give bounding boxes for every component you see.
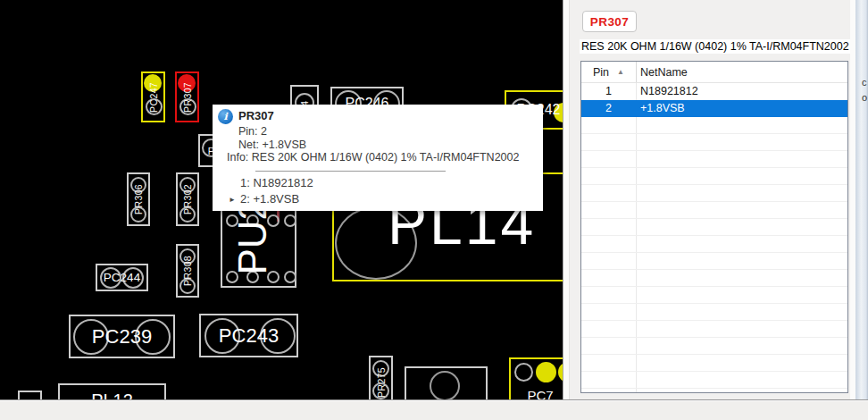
component-pc247[interactable]: PC247: [141, 71, 165, 122]
status-bar: [0, 399, 868, 420]
component-label: PC243: [201, 315, 296, 356]
table-row-empty[interactable]: [581, 253, 847, 270]
netname-cell: [637, 151, 847, 167]
empty-rows: [581, 117, 847, 393]
component-label: PR302: [178, 174, 197, 224]
component-pr302[interactable]: PR302: [176, 172, 199, 226]
pin-cell: [581, 253, 637, 269]
netname-cell: [637, 236, 847, 252]
table-row-selected[interactable]: 2 +1.8VSB: [581, 100, 847, 117]
table-row-empty[interactable]: [581, 219, 847, 236]
table-row-empty[interactable]: [581, 304, 847, 321]
tooltip-info-line: Info: RES 20K OHM 1/16W (0402) 1% TA-I/R…: [227, 151, 519, 164]
pin-cell: [581, 236, 637, 252]
pcb-canvas[interactable]: PC247 PR307 4 PC246 PC242 P: [0, 0, 563, 399]
table-row-empty[interactable]: [581, 168, 847, 185]
netname-cell: [637, 253, 847, 269]
component-label: PR275: [371, 357, 391, 399]
component-label: PL12: [60, 385, 164, 399]
pin-cell: [581, 355, 637, 371]
column-header-pin[interactable]: Pin ▲: [581, 62, 637, 82]
refdes-button[interactable]: PR307: [582, 11, 637, 32]
pin-cell: [581, 270, 637, 286]
netname-cell: [637, 287, 847, 303]
component-pr308[interactable]: PR308: [176, 244, 199, 298]
component-pl12[interactable]: PL12: [58, 383, 166, 399]
netname-cell: [637, 185, 847, 201]
clipped-text-fragment: c: [862, 77, 867, 88]
tooltip-pin-item: 1: N18921812: [229, 175, 313, 191]
table-row-empty[interactable]: [581, 355, 847, 372]
tooltip-pin-item: ►2: +1.8VSB: [229, 191, 313, 208]
pcb-viewer-app: PC247 PR307 4 PC246 PC242 P: [0, 0, 868, 420]
table-row-empty[interactable]: [581, 338, 847, 355]
column-header-netname[interactable]: NetName: [637, 62, 847, 82]
collapsed-panel-strip[interactable]: c o: [855, 0, 868, 399]
netname-cell: [637, 372, 847, 388]
pin-cell: [581, 168, 637, 184]
netname-cell: N18921812: [637, 83, 847, 100]
netname-cell: [637, 202, 847, 218]
pin-cell: [581, 321, 637, 337]
component-pr307[interactable]: PR307: [175, 71, 199, 122]
netname-cell: +1.8VSB: [637, 100, 847, 117]
tooltip-net-line: Net: +1.8VSB: [227, 139, 519, 152]
component-info-panel: PR307 RES 20K OHM 1/16W (0402) 1% TA-I/R…: [570, 0, 850, 399]
pin-info-tooltip: i PR307 Pin: 2 Net: +1.8VSB Info: RES 20…: [213, 105, 543, 211]
pin-cell: [581, 117, 637, 133]
part-description: RES 20K OHM 1/16W (0402) 1% TA-I/RM04FTN…: [580, 39, 851, 54]
netname-cell: [637, 134, 847, 150]
pin-cell: [581, 372, 637, 388]
table-row-empty[interactable]: [581, 151, 847, 168]
component-pr306[interactable]: PR306: [127, 172, 150, 226]
component-unlabeled[interactable]: [405, 366, 488, 399]
component-label: PR308: [178, 246, 197, 296]
table-row-empty[interactable]: [581, 372, 847, 389]
component-pc244[interactable]: PC244: [96, 264, 148, 291]
tooltip-details: Pin: 2 Net: +1.8VSB Info: RES 20K OHM 1/…: [227, 125, 519, 164]
info-icon: i: [218, 109, 233, 124]
pin-cell: [581, 219, 637, 235]
component-pc7[interactable]: PC7: [509, 357, 563, 399]
pin-pad: [284, 271, 296, 283]
table-row[interactable]: 1 N18921812: [581, 83, 847, 100]
component-label: PC7: [511, 386, 563, 399]
table-row-empty[interactable]: [581, 389, 847, 393]
pin-cell: [581, 134, 637, 150]
column-label: Pin: [593, 66, 609, 79]
table-row-empty[interactable]: [581, 287, 847, 304]
component-pu200[interactable]: PU200: [221, 206, 296, 288]
component-label: PC247: [143, 73, 163, 121]
pin-cell: 1: [581, 83, 637, 100]
pin-cell: [581, 304, 637, 320]
table-row-empty[interactable]: [581, 202, 847, 219]
column-label: NetName: [640, 66, 688, 79]
table-row-empty[interactable]: [581, 117, 847, 134]
netname-cell: [637, 321, 847, 337]
component-pc239[interactable]: PC239: [69, 315, 175, 358]
table-row-empty[interactable]: [581, 236, 847, 253]
table-row-empty[interactable]: [581, 270, 847, 287]
component-pc243[interactable]: PC243: [199, 314, 298, 357]
panel-divider[interactable]: [563, 0, 570, 399]
component-label: PR307: [177, 73, 197, 121]
pin-marker-arrow-icon: ►: [229, 192, 240, 208]
table-row-empty[interactable]: [581, 185, 847, 202]
component-label: PC244: [97, 265, 146, 290]
netname-cell: [637, 355, 847, 371]
table-body: 1 N18921812 2 +1.8VSB: [581, 83, 847, 393]
component-small[interactable]: [18, 391, 42, 399]
pin-cell: [581, 287, 637, 303]
pin-net-table: Pin ▲ NetName 1 N18921812 2 +1.8VSB: [580, 61, 848, 393]
component-label: PR306: [129, 174, 148, 224]
pin-pad: [284, 214, 296, 227]
table-row-empty[interactable]: [581, 134, 847, 151]
pin-cell: [581, 185, 637, 201]
pin-cell: [581, 151, 637, 167]
component-pr275[interactable]: PR275: [369, 356, 393, 399]
pin-pad: [514, 363, 533, 382]
table-header[interactable]: Pin ▲ NetName: [581, 62, 847, 83]
pin-cell: [581, 389, 637, 393]
pin-net-text: 2: +1.8VSB: [240, 192, 299, 206]
table-row-empty[interactable]: [581, 321, 847, 338]
